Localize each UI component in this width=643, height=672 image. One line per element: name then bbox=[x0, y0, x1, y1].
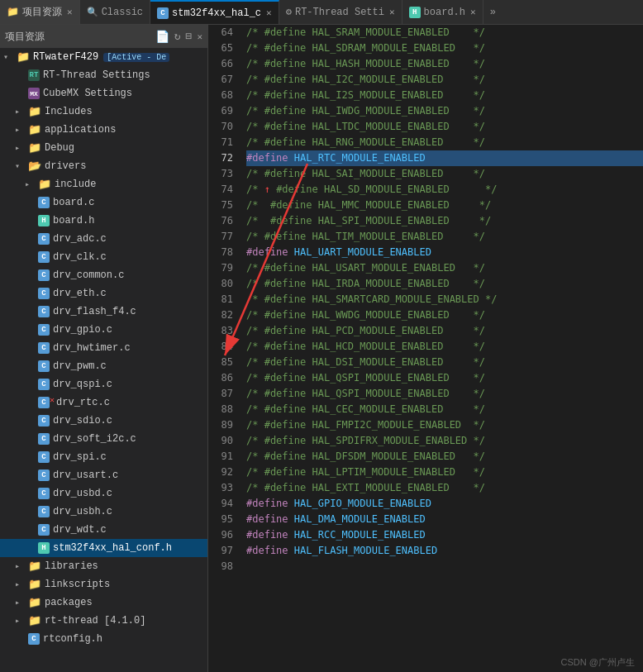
tree-item-drv-usbh[interactable]: ▸ C drv_usbh.c bbox=[0, 503, 207, 521]
drv-common-label: drv_common.c bbox=[53, 269, 124, 281]
tab-board-close-icon[interactable]: ✕ bbox=[470, 7, 476, 17]
tab-board-h[interactable]: H board.h ✕ bbox=[402, 0, 483, 24]
code-line-87: /* #define HAL_QSPI_MODULE_ENABLED */ bbox=[246, 386, 643, 402]
pkg-folder-icon: 📁 bbox=[28, 596, 41, 609]
drv-clk-label: drv_clk.c bbox=[53, 251, 107, 263]
code-line-75: /* #define HAL_MMC_MODULE_ENABLED */ bbox=[246, 198, 643, 213]
c-file-icon-clk: C bbox=[38, 251, 50, 263]
tree-item-drv-eth[interactable]: ▸ C drv_eth.c bbox=[0, 284, 207, 303]
c-file-icon-flash: C bbox=[38, 306, 50, 317]
tree-item-drv-spi[interactable]: ▸ C drv_spi.c bbox=[0, 448, 207, 466]
packages-label: packages bbox=[45, 597, 93, 608]
tree-item-linkscripts[interactable]: ▸ 📁 linkscripts bbox=[0, 575, 207, 593]
close-sidebar-icon[interactable]: ✕ bbox=[197, 31, 202, 42]
drivers-folder-icon: 📂 bbox=[28, 160, 41, 173]
app-container: 📁 项目资源 ✕ 🔍 Classic C stm32f4xx_hal_c ✕ ⚙… bbox=[0, 0, 643, 672]
tree-item-rtconfig[interactable]: ▸ C rtconfig.h bbox=[0, 630, 207, 648]
debug-label: Debug bbox=[45, 142, 74, 154]
tree-item-libraries[interactable]: ▸ 📁 libraries bbox=[0, 557, 207, 575]
c-file-icon: C bbox=[38, 233, 50, 245]
collapse-icon[interactable]: ⊟ bbox=[186, 30, 193, 43]
tab-hal-close-icon[interactable]: ✕ bbox=[266, 7, 272, 18]
tree-item-includes[interactable]: ▸ 📁 Includes bbox=[0, 102, 207, 121]
tree-item-drv-wdt[interactable]: ▸ C drv_wdt.c bbox=[0, 521, 207, 539]
code-line-77: /* #define HAL_TIM_MODULE_ENABLED */ bbox=[246, 229, 643, 245]
code-line-66: /* #define HAL_HASH_MODULE_ENABLED */ bbox=[246, 56, 643, 72]
tree-item-drv-softi2c[interactable]: ▸ C drv_soft_i2c.c bbox=[0, 430, 207, 448]
rtt-ver-folder-icon: 📁 bbox=[28, 614, 41, 627]
tree-item-board-h[interactable]: ▸ H board.h bbox=[0, 212, 207, 230]
rtt-settings-label: RT-Thread Settings bbox=[43, 69, 150, 81]
linkscripts-label: linkscripts bbox=[45, 579, 110, 590]
tree-item-drv-usbd[interactable]: ▸ C drv_usbd.c bbox=[0, 484, 207, 503]
c-file-tab-icon: C bbox=[157, 7, 169, 19]
tree-item-board-c[interactable]: ▸ C board.c bbox=[0, 193, 207, 212]
tree-item-drv-flash[interactable]: ▸ C drv_flash_f4.c bbox=[0, 303, 207, 321]
drv-wdt-label: drv_wdt.c bbox=[53, 524, 107, 536]
tree-item-drv-pwm[interactable]: ▸ C drv_pwm.c bbox=[0, 357, 207, 375]
cubemx-label: CubeMX Settings bbox=[43, 88, 132, 99]
code-line-84: /* #define HAL_HCD_MODULE_ENABLED */ bbox=[246, 339, 643, 355]
code-line-98 bbox=[246, 559, 643, 574]
include-label: include bbox=[55, 179, 96, 190]
code-line-88: /* #define HAL_CEC_MODULE_ENABLED */ bbox=[246, 402, 643, 417]
drv-qspi-label: drv_qspi.c bbox=[53, 379, 112, 390]
tab-rtt-close-icon[interactable]: ✕ bbox=[389, 7, 395, 17]
tree-item-drv-rtc[interactable]: ▸ C ✕ drv_rtc.c bbox=[0, 393, 207, 412]
root-label: RTwaterF429 bbox=[33, 51, 98, 63]
rtthread-ver-label: rt-thread [4.1.0] bbox=[45, 615, 145, 627]
libs-folder-icon: 📁 bbox=[28, 560, 41, 573]
refresh-icon[interactable]: ↻ bbox=[174, 30, 181, 43]
c-file-icon-eth: C bbox=[38, 288, 50, 299]
tree-item-drv-sdio[interactable]: ▸ C drv_sdio.c bbox=[0, 412, 207, 430]
tree-item-drv-usart[interactable]: ▸ C drv_usart.c bbox=[0, 466, 207, 484]
drv-pwm-label: drv_pwm.c bbox=[53, 360, 107, 372]
code-line-92: /* #define HAL_LPTIM_MODULE_ENABLED */ bbox=[246, 465, 643, 480]
tab-classic[interactable]: 🔍 Classic bbox=[80, 0, 150, 24]
tree-item-rtt-settings[interactable]: ▸ RT RT-Thread Settings bbox=[0, 66, 207, 84]
tree-item-drv-gpio[interactable]: ▸ C drv_gpio.c bbox=[0, 321, 207, 339]
tree-item-stm32-hal-conf[interactable]: ▸ H stm32f4xx_hal_conf.h bbox=[0, 539, 207, 557]
new-file-icon[interactable]: 📄 bbox=[155, 30, 169, 44]
code-line-95: #define HAL_DMA_MODULE_ENABLED bbox=[246, 512, 643, 527]
tree-item-rtthread-ver[interactable]: ▸ 📁 rt-thread [4.1.0] bbox=[0, 612, 207, 630]
drv-sdio-label: drv_sdio.c bbox=[53, 415, 112, 427]
tree-item-drv-adc[interactable]: ▸ C drv_adc.c bbox=[0, 230, 207, 248]
sidebar-header: 项目资源 📄 ↻ ⊟ ✕ bbox=[0, 25, 207, 48]
code-line-91: /* #define HAL_DFSDM_MODULE_ENABLED */ bbox=[246, 449, 643, 465]
c-file-icon-hwtimer: C bbox=[38, 342, 50, 354]
chevron-include: ▸ bbox=[25, 179, 36, 189]
debug-folder-icon: 📁 bbox=[28, 141, 41, 155]
drv-usart-label: drv_usart.c bbox=[53, 469, 118, 481]
tree-item-drv-common[interactable]: ▸ C drv_common.c bbox=[0, 266, 207, 284]
chevron-link: ▸ bbox=[15, 579, 26, 589]
c-file-icon-common: C bbox=[38, 269, 50, 281]
c-file-icon-sdio: C bbox=[38, 415, 50, 427]
drv-usbh-label: drv_usbh.c bbox=[53, 506, 112, 517]
code-line-86: /* #define HAL_QSPI_MODULE_ENABLED */ bbox=[246, 370, 643, 386]
tree-item-drivers[interactable]: ▾ 📂 drivers bbox=[0, 157, 207, 175]
tree-item-cubemx[interactable]: ▸ MX CubeMX Settings bbox=[0, 84, 207, 102]
tree-item-drv-clk[interactable]: ▸ C drv_clk.c bbox=[0, 248, 207, 266]
code-line-80: /* #define HAL_IRDA_MODULE_ENABLED */ bbox=[246, 276, 643, 292]
c-file-icon-qspi: C bbox=[38, 379, 50, 390]
code-lines: /* #define HAL_SRAM_MODULE_ENABLED */ /*… bbox=[240, 25, 643, 672]
tab-rtt-settings[interactable]: ⚙ RT-Thread Setti ✕ bbox=[279, 0, 402, 24]
tree-item-root[interactable]: ▾ 📁 RTwaterF429 [Active - De bbox=[0, 48, 207, 66]
code-line-68: /* #define HAL_I2S_MODULE_ENABLED */ bbox=[246, 88, 643, 103]
tree-item-applications[interactable]: ▸ 📁 applications bbox=[0, 121, 207, 139]
tree-item-drv-qspi[interactable]: ▸ C drv_qspi.c bbox=[0, 375, 207, 393]
tab-project-resources[interactable]: 📁 项目资源 ✕ bbox=[0, 0, 80, 24]
tree-item-include[interactable]: ▸ 📁 include bbox=[0, 175, 207, 193]
tree-item-drv-hwtimer[interactable]: ▸ C drv_hwtimer.c bbox=[0, 339, 207, 357]
code-container[interactable]: 6465666768 697071 72 7374757677 78798081… bbox=[208, 25, 643, 672]
tree-item-packages[interactable]: ▸ 📁 packages bbox=[0, 593, 207, 612]
more-tabs-button[interactable]: » bbox=[483, 0, 502, 24]
code-line-79: /* #define HAL_USART_MODULE_ENABLED */ bbox=[246, 260, 643, 276]
tab-hal-conf[interactable]: C stm32f4xx_hal_c ✕ bbox=[150, 0, 279, 24]
tab-close-icon[interactable]: ✕ bbox=[67, 7, 73, 17]
rt-icon: RT bbox=[28, 69, 40, 81]
tree-item-debug[interactable]: ▸ 📁 Debug bbox=[0, 139, 207, 157]
code-line-65: /* #define HAL_SDRAM_MODULE_ENABLED */ bbox=[246, 41, 643, 56]
chevron-includes: ▸ bbox=[15, 107, 26, 117]
